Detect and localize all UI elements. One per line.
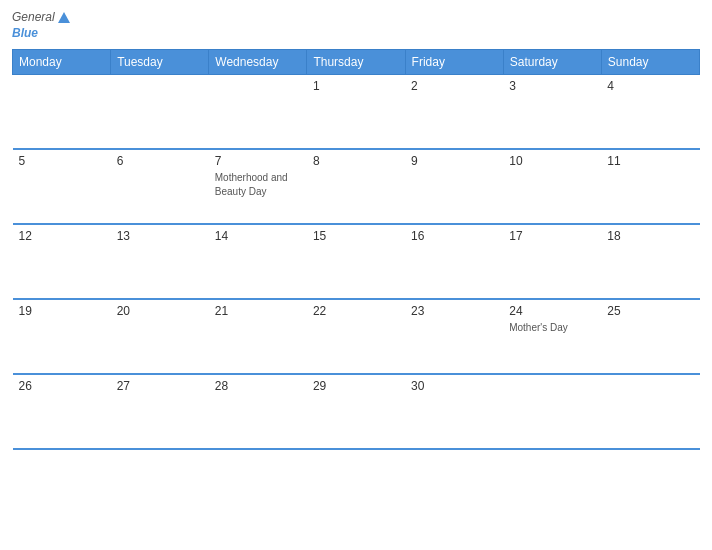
day-number: 10 xyxy=(509,154,595,168)
weekday-header-tuesday: Tuesday xyxy=(111,49,209,74)
logo-blue-text: Blue xyxy=(12,26,38,40)
calendar-week-row: 192021222324Mother's Day25 xyxy=(13,299,700,374)
calendar-cell: 12 xyxy=(13,224,111,299)
calendar-cell: 7Motherhood and Beauty Day xyxy=(209,149,307,224)
day-number: 28 xyxy=(215,379,301,393)
weekday-header-friday: Friday xyxy=(405,49,503,74)
day-number: 1 xyxy=(313,79,399,93)
logo-triangle-icon xyxy=(58,12,70,23)
day-number: 19 xyxy=(19,304,105,318)
day-number: 21 xyxy=(215,304,301,318)
calendar-cell: 10 xyxy=(503,149,601,224)
calendar-cell: 9 xyxy=(405,149,503,224)
day-number: 25 xyxy=(607,304,693,318)
weekday-header-thursday: Thursday xyxy=(307,49,405,74)
weekday-header-row: MondayTuesdayWednesdayThursdayFridaySatu… xyxy=(13,49,700,74)
day-number: 3 xyxy=(509,79,595,93)
calendar-cell: 1 xyxy=(307,74,405,149)
calendar-cell: 25 xyxy=(601,299,699,374)
calendar-cell: 4 xyxy=(601,74,699,149)
calendar-cell: 18 xyxy=(601,224,699,299)
day-number: 13 xyxy=(117,229,203,243)
day-number: 11 xyxy=(607,154,693,168)
calendar-cell xyxy=(601,374,699,449)
day-number: 16 xyxy=(411,229,497,243)
calendar-cell: 15 xyxy=(307,224,405,299)
logo-general-text: General xyxy=(12,10,55,24)
weekday-header-wednesday: Wednesday xyxy=(209,49,307,74)
event-label: Mother's Day xyxy=(509,322,568,333)
calendar-cell: 30 xyxy=(405,374,503,449)
calendar-cell: 24Mother's Day xyxy=(503,299,601,374)
day-number: 22 xyxy=(313,304,399,318)
day-number: 30 xyxy=(411,379,497,393)
day-number: 18 xyxy=(607,229,693,243)
day-number: 2 xyxy=(411,79,497,93)
day-number: 23 xyxy=(411,304,497,318)
day-number: 4 xyxy=(607,79,693,93)
calendar-cell: 23 xyxy=(405,299,503,374)
calendar-cell: 17 xyxy=(503,224,601,299)
calendar-cell: 21 xyxy=(209,299,307,374)
calendar-cell xyxy=(503,374,601,449)
calendar-week-row: 567Motherhood and Beauty Day891011 xyxy=(13,149,700,224)
event-label: Motherhood and Beauty Day xyxy=(215,172,288,197)
day-number: 17 xyxy=(509,229,595,243)
calendar-cell: 16 xyxy=(405,224,503,299)
calendar-cell: 6 xyxy=(111,149,209,224)
day-number: 6 xyxy=(117,154,203,168)
calendar-cell xyxy=(13,74,111,149)
day-number: 20 xyxy=(117,304,203,318)
calendar-cell: 3 xyxy=(503,74,601,149)
weekday-header-monday: Monday xyxy=(13,49,111,74)
calendar-cell: 14 xyxy=(209,224,307,299)
calendar-cell: 5 xyxy=(13,149,111,224)
calendar-cell: 2 xyxy=(405,74,503,149)
calendar-header: GeneralBlue xyxy=(12,10,700,41)
calendar-cell: 29 xyxy=(307,374,405,449)
calendar-week-row: 1234 xyxy=(13,74,700,149)
calendar-table: MondayTuesdayWednesdayThursdayFridaySatu… xyxy=(12,49,700,451)
calendar-cell: 22 xyxy=(307,299,405,374)
day-number: 8 xyxy=(313,154,399,168)
day-number: 29 xyxy=(313,379,399,393)
day-number: 26 xyxy=(19,379,105,393)
calendar-container: GeneralBlue MondayTuesdayWednesdayThursd… xyxy=(0,0,712,550)
weekday-header-saturday: Saturday xyxy=(503,49,601,74)
day-number: 15 xyxy=(313,229,399,243)
day-number: 5 xyxy=(19,154,105,168)
day-number: 9 xyxy=(411,154,497,168)
calendar-week-row: 12131415161718 xyxy=(13,224,700,299)
calendar-cell: 20 xyxy=(111,299,209,374)
calendar-cell: 19 xyxy=(13,299,111,374)
day-number: 14 xyxy=(215,229,301,243)
calendar-cell: 11 xyxy=(601,149,699,224)
day-number: 7 xyxy=(215,154,301,168)
calendar-cell: 13 xyxy=(111,224,209,299)
day-number: 12 xyxy=(19,229,105,243)
day-number: 24 xyxy=(509,304,595,318)
calendar-cell: 27 xyxy=(111,374,209,449)
calendar-week-row: 2627282930 xyxy=(13,374,700,449)
calendar-cell xyxy=(209,74,307,149)
calendar-cell: 26 xyxy=(13,374,111,449)
calendar-cell: 8 xyxy=(307,149,405,224)
logo: GeneralBlue xyxy=(12,10,70,41)
calendar-cell xyxy=(111,74,209,149)
day-number: 27 xyxy=(117,379,203,393)
calendar-cell: 28 xyxy=(209,374,307,449)
weekday-header-sunday: Sunday xyxy=(601,49,699,74)
